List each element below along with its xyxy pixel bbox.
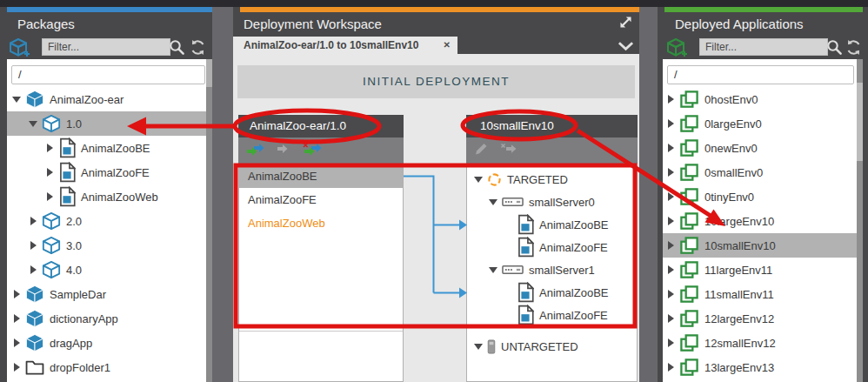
tree-item-AnimalZooBE[interactable]: AnimalZooBE [7,136,206,160]
refresh-icon[interactable] [190,39,206,59]
expander-icon[interactable] [666,167,678,178]
workspace-tab[interactable]: AnimalZoo-ear/1.0 to 10smallEnv10 ✕ [233,37,457,54]
tree-item-label: dictionaryApp [50,312,118,325]
deployed-panel-title: Deployed Applications [658,12,868,37]
add-package-icon[interactable] [9,37,31,62]
tree-item-label: 2.0 [66,215,82,228]
deployable-item-AnimalZooFE[interactable]: AnimalZooFE [239,188,403,211]
expander-icon[interactable] [29,265,40,275]
expander-icon[interactable] [666,94,678,104]
expander-icon[interactable] [29,240,40,251]
expander-icon[interactable] [666,191,678,202]
expander-icon[interactable] [666,265,678,275]
expander-icon[interactable] [12,94,23,104]
expander-icon[interactable] [12,362,23,372]
tree-item-AnimalZooFE[interactable]: AnimalZooFE [467,304,637,326]
initial-deployment-button[interactable]: INITIAL DEPLOYMENT [237,65,635,98]
tree-item-3.0[interactable]: 3.0 [7,233,206,258]
tree-item-dictionaryApp[interactable]: dictionaryApp [7,306,206,331]
server-icon [502,197,524,207]
search-icon[interactable] [169,39,185,59]
deployed-filter-input[interactable] [699,38,828,56]
expander-icon[interactable] [666,289,678,299]
expander-icon[interactable] [489,265,500,275]
expander-icon[interactable] [666,362,678,372]
search-icon[interactable] [826,39,843,59]
expander-icon[interactable] [474,341,485,352]
cube-filled-icon [25,309,44,328]
map-all-icon[interactable] [246,142,265,160]
edit-pencil-icon[interactable] [474,142,489,159]
tree-item-UNTARGETED[interactable]: UNTARGETED [467,335,637,358]
tree-item-12smallEnv12[interactable]: 12smallEnv12 [663,331,857,355]
tree-item-label: 11smallEnv11 [704,288,774,301]
deployed-applications-panel: Deployed Applications / 0hostEnv00largeE… [658,7,868,382]
expander-icon[interactable] [666,143,678,153]
maximize-icon[interactable] [618,15,633,33]
source-column-header: AnimalZoo-ear/1.0 [238,115,404,137]
packages-scrollbar[interactable] [206,59,212,382]
tree-item-AnimalZoo-ear[interactable]: AnimalZoo-ear [7,87,206,111]
tree-item-4.0[interactable]: 4.0 [7,258,206,282]
expander-icon[interactable] [45,167,57,178]
tree-item-AnimalZooFE[interactable]: AnimalZooFE [7,160,206,184]
unmap-all-icon[interactable] [302,142,323,160]
tree-item-0smallEnv0[interactable]: 0smallEnv0 [663,160,857,184]
expander-icon[interactable] [12,338,23,348]
packages-filter-input[interactable] [42,38,170,56]
tree-item-11smallEnv11[interactable]: 11smallEnv11 [663,282,857,306]
expander-icon[interactable] [474,174,485,184]
tree-item-0newEnv0[interactable]: 0newEnv0 [663,136,857,160]
tree-item-label: TARGETED [507,173,568,186]
tree-item-AnimalZooBE[interactable]: AnimalZooBE [467,281,637,304]
map-single-icon[interactable] [277,143,290,158]
expander-icon[interactable] [489,197,500,207]
packages-scrollbar-thumb[interactable] [206,87,212,382]
chevron-down-icon[interactable] [618,39,634,55]
tree-item-1.0[interactable]: 1.0 [7,111,206,136]
tree-item-11largeEnv11[interactable]: 11largeEnv11 [663,258,857,282]
expander-icon[interactable] [666,338,678,348]
tree-item-0tinyEnv0[interactable]: 0tinyEnv0 [663,184,857,209]
add-environment-icon[interactable] [666,37,689,62]
env-icon [679,260,699,280]
expander-icon[interactable] [666,240,678,251]
deployable-item-AnimalZooBE[interactable]: AnimalZooBE [239,164,403,188]
deployable-item-AnimalZooWeb[interactable]: AnimalZooWeb [239,211,403,235]
server-icon [502,265,524,275]
tab-close-icon[interactable]: ✕ [444,37,451,54]
expander-icon[interactable] [29,216,40,226]
tree-item-10largeEnv10[interactable]: 10largeEnv10 [663,209,857,233]
deployed-scrollbar[interactable] [857,59,863,382]
unmap-icon[interactable] [500,143,518,158]
tree-item-AnimalZooBE[interactable]: AnimalZooBE [467,213,637,236]
deployed-path-box[interactable]: / [667,65,854,84]
expander-icon[interactable] [666,313,678,324]
expander-icon[interactable] [45,191,57,202]
tree-item-10smallEnv10[interactable]: 10smallEnv10 [663,233,857,258]
expander-icon[interactable] [29,118,40,129]
expander-icon[interactable] [12,289,23,299]
tree-item-12largeEnv12[interactable]: 12largeEnv12 [663,306,857,331]
expander-icon[interactable] [12,313,23,324]
tree-item-AnimalZooFE[interactable]: AnimalZooFE [467,236,637,258]
tree-item-2.0[interactable]: 2.0 [7,209,206,233]
tree-item-0largeEnv0[interactable]: 0largeEnv0 [663,111,857,136]
tree-item-dropFolder1[interactable]: dropFolder1 [7,355,206,379]
tree-item-smallServer0[interactable]: smallServer0 [467,191,637,213]
refresh-icon[interactable] [845,39,862,59]
expander-icon[interactable] [45,143,57,153]
deployed-scrollbar-thumb[interactable] [857,83,863,161]
packages-path-box[interactable]: / [11,65,205,84]
deployed-tree: 0hostEnv00largeEnv00newEnv00smallEnv00ti… [663,87,857,382]
tree-item-dragApp[interactable]: dragApp [7,331,206,355]
tree-item-SampleDar[interactable]: SampleDar [7,282,206,306]
tree-item-AnimalZooWeb[interactable]: AnimalZooWeb [7,184,206,209]
expander-icon[interactable] [666,216,678,226]
tree-item-label: 11largeEnv11 [704,264,772,277]
tree-item-TARGETED[interactable]: TARGETED [467,168,637,191]
tree-item-0hostEnv0[interactable]: 0hostEnv0 [663,87,857,111]
expander-icon[interactable] [666,118,678,129]
tree-item-13largeEnv13[interactable]: 13largeEnv13 [663,355,857,379]
tree-item-smallServer1[interactable]: smallServer1 [467,258,637,281]
